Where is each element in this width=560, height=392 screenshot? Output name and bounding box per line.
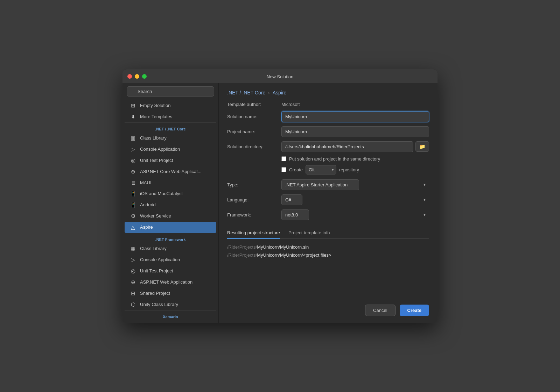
language-row: Language: C# F# VB [227, 194, 429, 205]
divider [125, 122, 216, 123]
sidebar-item-label: More Templates [140, 114, 172, 119]
framework-row: Framework: net8.0 net7.0 net6.0 [227, 209, 429, 220]
structure-line-1: /RiderProjects/MyUnicorn/MyUnicorn.sln [227, 243, 429, 251]
type-row: Type: .NET Aspire Starter Application .N… [227, 179, 429, 190]
ios-icon: 📱 [130, 191, 136, 197]
create-button[interactable]: Create [400, 305, 429, 316]
tab-template-info[interactable]: Project template info [288, 227, 330, 239]
same-dir-checkbox[interactable] [281, 156, 286, 161]
git-checkbox[interactable] [281, 167, 286, 172]
worker-service-icon: ⚙ [130, 213, 136, 219]
sidebar-item-label: Empty Solution [140, 103, 170, 108]
fw-class-library-icon: ▦ [130, 245, 136, 252]
cancel-button[interactable]: Cancel [365, 305, 395, 316]
sidebar-item-label: ASP.NET Web Application [140, 279, 192, 285]
solution-name-input[interactable] [281, 111, 429, 122]
same-dir-label: Put solution and project in the same dir… [289, 156, 380, 162]
language-label: Language: [227, 197, 281, 202]
sidebar-item-label: MAUI [140, 180, 152, 185]
structure-line-2-bright: MyUnicorn/MyUnicorn/<project files> [257, 252, 331, 258]
create-label: Create [289, 167, 303, 172]
titlebar: New Solution [122, 69, 438, 83]
structure-line-1-bright: MyUnicorn/MyUnicorn.sln [257, 244, 309, 250]
sidebar-item-label: Android [140, 202, 156, 207]
android-icon: 📱 [130, 202, 136, 208]
git-select[interactable]: Git Mercurial [306, 165, 336, 174]
sidebar-item-android[interactable]: 📱 Android [125, 199, 216, 211]
sidebar-item-console-app[interactable]: ▷ Console Application [125, 144, 216, 155]
framework-select[interactable]: net8.0 net7.0 net6.0 [281, 209, 309, 220]
unity-icon: ⬡ [130, 301, 136, 308]
sidebar-item-unit-test[interactable]: ◎ Unit Test Project [125, 155, 216, 166]
solution-dir-input[interactable] [281, 141, 413, 152]
sidebar-item-aspnet-web[interactable]: ⊕ ASP.NET Web Application [125, 277, 216, 288]
footer-buttons: Cancel Create [227, 299, 429, 316]
breadcrumb-path: .NET / .NET Core [227, 90, 265, 95]
section-dotnet-framework: .NET Framework [122, 235, 218, 243]
sidebar-item-more-templates[interactable]: ⬇ More Templates [125, 111, 216, 122]
shared-project-icon: ⊟ [130, 290, 136, 297]
sidebar-item-aspnet-core[interactable]: ⊕ ASP.NET Core Web Applicat... [125, 166, 216, 177]
type-label: Type: [227, 182, 281, 187]
same-dir-row: Put solution and project in the same dir… [227, 156, 429, 162]
sidebar-item-shared-project[interactable]: ⊟ Shared Project [125, 288, 216, 299]
solution-name-label: Solution name: [227, 114, 281, 119]
sidebar-item-label: Unit Test Project [140, 158, 173, 163]
template-list: ⊞ Empty Solution ⬇ More Templates .NET /… [122, 100, 218, 323]
git-row: Create Git Mercurial repository [227, 165, 429, 174]
solution-dir-label: Solution directory: [227, 144, 281, 149]
sidebar-item-unity-class-library[interactable]: ⬡ Unity Class Library [125, 299, 216, 310]
structure-line-2-dim: /RiderProjects/ [227, 252, 257, 258]
class-library-icon: ▦ [130, 135, 136, 141]
sidebar-item-maui[interactable]: 🖥 MAUI [125, 177, 216, 188]
sidebar-item-label: iOS and MacCatalyst [140, 191, 183, 196]
sidebar-item-label: Shared Project [140, 291, 170, 296]
aspire-icon: △ [130, 224, 136, 230]
more-templates-icon: ⬇ [130, 114, 136, 120]
empty-solution-icon: ⊞ [130, 102, 136, 109]
language-select[interactable]: C# F# VB [281, 194, 302, 205]
divider-2 [125, 233, 216, 233]
left-panel: 🔍 ⊞ Empty Solution ⬇ More Templates .NET… [122, 83, 219, 323]
sidebar-item-label: ASP.NET Core Web Applicat... [140, 169, 202, 174]
traffic-lights [127, 74, 147, 79]
aspnet-core-icon: ⊕ [130, 169, 136, 175]
framework-select-wrap: net8.0 net7.0 net6.0 [281, 209, 429, 220]
type-select-wrap: .NET Aspire Starter Application .NET Asp… [281, 179, 429, 190]
sidebar-item-ios-mac[interactable]: 📱 iOS and MacCatalyst [125, 188, 216, 199]
sidebar-item-label: Class Library [140, 135, 167, 141]
sidebar-item-worker-service[interactable]: ⚙ Worker Service [125, 211, 216, 222]
template-author-value: Microsoft [281, 102, 300, 107]
console-app-icon: ▷ [130, 146, 136, 152]
tabs-row: Resulting project structure Project temp… [227, 227, 429, 239]
git-select-wrap: Git Mercurial [306, 165, 336, 174]
project-name-input[interactable] [281, 126, 429, 137]
breadcrumb-separator: › [268, 90, 270, 95]
sidebar-item-fw-console[interactable]: ▷ Console Application [125, 254, 216, 265]
section-dotnet: .NET / .NET Core [122, 124, 218, 133]
framework-label: Framework: [227, 212, 281, 218]
sidebar-item-fw-unit-test[interactable]: ◎ Unit Test Project [125, 265, 216, 277]
search-input[interactable] [127, 86, 214, 97]
tab-project-structure[interactable]: Resulting project structure [227, 227, 280, 239]
close-button[interactable] [127, 74, 132, 79]
solution-dir-row: Solution directory: 📁 [227, 141, 429, 152]
minimize-button[interactable] [135, 74, 139, 79]
sidebar-item-label: Worker Service [140, 213, 171, 219]
sidebar-item-fw-class-library[interactable]: ▦ Class Library [125, 243, 216, 254]
sidebar-item-empty-solution[interactable]: ⊞ Empty Solution [125, 100, 216, 111]
breadcrumb: .NET / .NET Core › Aspire [227, 90, 429, 95]
sidebar-item-aspire[interactable]: △ Aspire [125, 222, 216, 233]
solution-dir-input-wrap: 📁 [281, 141, 429, 152]
browse-folder-button[interactable]: 📁 [415, 141, 429, 152]
maximize-button[interactable] [142, 74, 147, 79]
maui-icon: 🖥 [130, 180, 136, 186]
structure-line-2: /RiderProjects/MyUnicorn/MyUnicorn/<proj… [227, 251, 429, 259]
type-select[interactable]: .NET Aspire Starter Application .NET Asp… [281, 179, 359, 190]
sidebar-item-class-library[interactable]: ▦ Class Library [125, 133, 216, 144]
window-title: New Solution [267, 74, 294, 79]
repository-label: repository [339, 167, 359, 172]
divider-3 [125, 310, 216, 311]
sidebar-item-label: Class Library [140, 246, 167, 251]
project-name-row: Project name: [227, 126, 429, 137]
